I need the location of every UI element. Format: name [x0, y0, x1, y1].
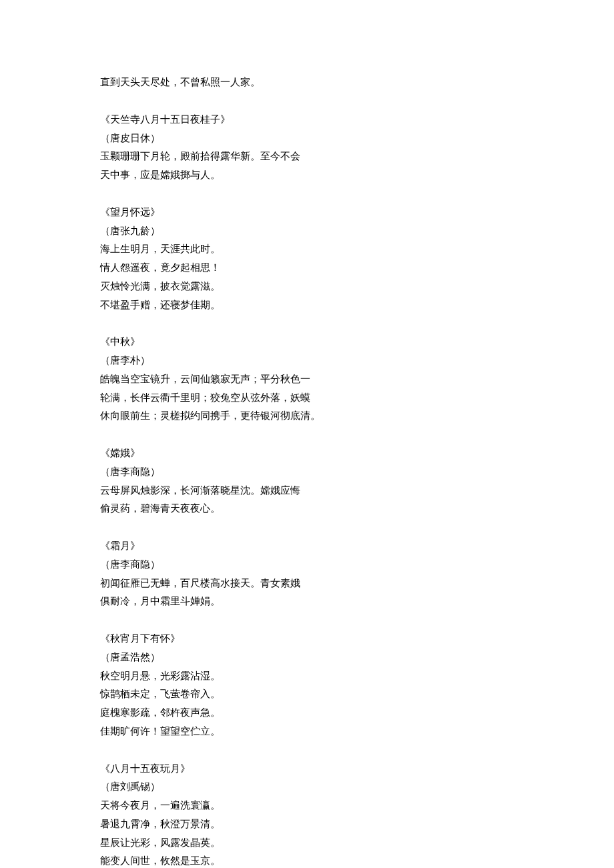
- poem-block: 《嫦娥》（唐李商隐）云母屏风烛影深，长河渐落晓星沈。嫦娥应悔偷灵药，碧海青天夜夜…: [100, 444, 514, 518]
- poem-line: 佳期旷何许！望望空伫立。: [100, 723, 514, 741]
- poem-line: 直到天头天尽处，不曾私照一人家。: [100, 73, 514, 92]
- poem-title: 《嫦娥》: [100, 444, 514, 463]
- poem-line: 情人怨遥夜，竟夕起相思！: [100, 259, 514, 278]
- poem-line: 惊鹊栖未定，飞萤卷帘入。: [100, 685, 514, 704]
- poem-author: （唐孟浩然）: [100, 648, 514, 667]
- poem-title: 《霜月》: [100, 537, 514, 556]
- poem-title: 《天竺寺八月十五日夜桂子》: [100, 111, 514, 129]
- poem-title: 《中秋》: [100, 333, 514, 352]
- poem-line: 云母屏风烛影深，长河渐落晓星沈。嫦娥应悔: [100, 482, 514, 500]
- poem-line: 天将今夜月，一遍洗寰瀛。: [100, 797, 514, 815]
- poem-line: 庭槐寒影疏，邻杵夜声急。: [100, 704, 514, 723]
- poem-line: 海上生明月，天涯共此时。: [100, 240, 514, 259]
- poem-line: 不堪盈手赠，还寝梦佳期。: [100, 296, 514, 315]
- poem-line: 秋空明月悬，光彩露沾湿。: [100, 667, 514, 686]
- poem-line: 灭烛怜光满，披衣觉露滋。: [100, 278, 514, 296]
- poem-author: （唐李商隐）: [100, 463, 514, 482]
- poem-line: 能变人间世，攸然是玉京。: [100, 852, 514, 868]
- prelude-block: 直到天头天尽处，不曾私照一人家。: [100, 73, 514, 92]
- poem-line: 初闻征雁已无蝉，百尺楼高水接天。青女素娥: [100, 574, 514, 593]
- poem-line: 休向眼前生；灵槎拟约同携手，更待银河彻底清。: [100, 407, 514, 426]
- poem-line: 玉颗珊珊下月轮，殿前拾得露华新。至今不会: [100, 147, 514, 166]
- poem-title: 《八月十五夜玩月》: [100, 760, 514, 779]
- poem-line: 天中事，应是嫦娥掷与人。: [100, 166, 514, 185]
- poem-block: 《霜月》（唐李商隐）初闻征雁已无蝉，百尺楼高水接天。青女素娥俱耐冷，月中霜里斗婵…: [100, 537, 514, 611]
- poem-block: 《秋宵月下有怀》（唐孟浩然）秋空明月悬，光彩露沾湿。惊鹊栖未定，飞萤卷帘入。庭槐…: [100, 630, 514, 741]
- poem-author: （唐皮日休）: [100, 129, 514, 148]
- poem-author: （唐李商隐）: [100, 556, 514, 574]
- poem-line: 暑退九霄净，秋澄万景清。: [100, 815, 514, 834]
- document-page: 直到天头天尽处，不曾私照一人家。 《天竺寺八月十五日夜桂子》（唐皮日休）玉颗珊珊…: [0, 0, 614, 868]
- poem-line: 轮满，长伴云衢千里明；狡兔空从弦外落，妖蟆: [100, 389, 514, 408]
- poem-block: 《中秋》（唐李朴）皓魄当空宝镜升，云间仙籁寂无声；平分秋色一轮满，长伴云衢千里明…: [100, 333, 514, 426]
- poem-line: 俱耐冷，月中霜里斗婵娟。: [100, 592, 514, 611]
- poem-line: 偷灵药，碧海青天夜夜心。: [100, 500, 514, 518]
- poem-author: （唐李朴）: [100, 352, 514, 370]
- poem-author: （唐张九龄）: [100, 222, 514, 241]
- poem-block: 《望月怀远》（唐张九龄）海上生明月，天涯共此时。情人怨遥夜，竟夕起相思！灭烛怜光…: [100, 203, 514, 315]
- poem-block: 《八月十五夜玩月》（唐刘禹锡）天将今夜月，一遍洗寰瀛。暑退九霄净，秋澄万景清。星…: [100, 760, 514, 869]
- poem-author: （唐刘禹锡）: [100, 778, 514, 797]
- poem-title: 《秋宵月下有怀》: [100, 630, 514, 648]
- poem-line: 星辰让光彩，风露发晶英。: [100, 834, 514, 853]
- poem-line: 皓魄当空宝镜升，云间仙籁寂无声；平分秋色一: [100, 370, 514, 389]
- poems-container: 《天竺寺八月十五日夜桂子》（唐皮日休）玉颗珊珊下月轮，殿前拾得露华新。至今不会天…: [100, 111, 514, 868]
- poem-block: 《天竺寺八月十五日夜桂子》（唐皮日休）玉颗珊珊下月轮，殿前拾得露华新。至今不会天…: [100, 111, 514, 185]
- poem-title: 《望月怀远》: [100, 203, 514, 222]
